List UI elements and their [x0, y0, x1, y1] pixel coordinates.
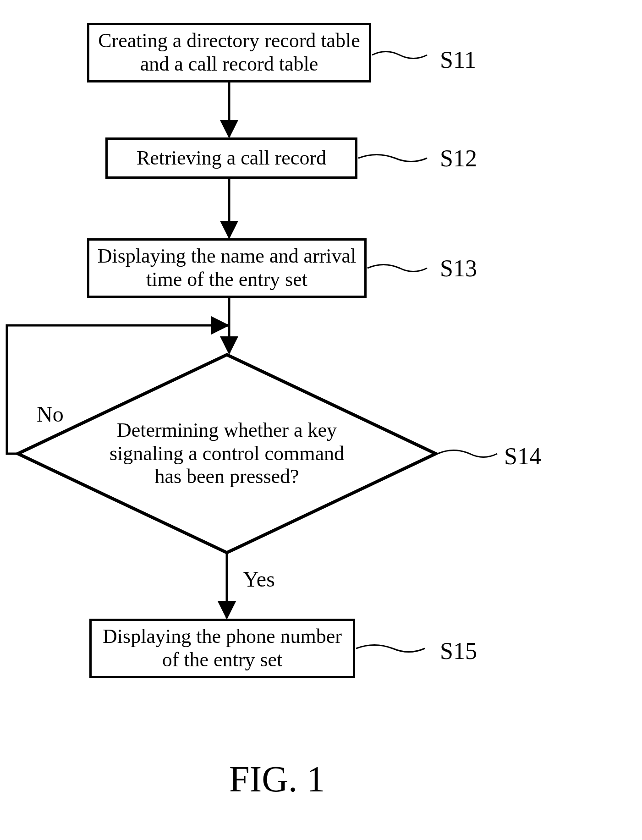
process-s12: Retrieving a call record: [105, 137, 357, 179]
step-label-s14: S14: [504, 445, 541, 468]
step-label-s11: S11: [440, 48, 476, 72]
flowchart-canvas: Creating a directory record table and a …: [0, 0, 642, 840]
process-s11: Creating a directory record table and a …: [87, 23, 371, 82]
process-s13: Displaying the name and arrival time of …: [87, 238, 367, 298]
figure-caption: FIG. 1: [229, 761, 325, 797]
step-label-s13: S13: [440, 257, 477, 280]
decision-s14-text: Determining whether a key signaling a co…: [94, 394, 360, 513]
process-s13-text: Displaying the name and arrival time of …: [96, 245, 358, 291]
step-label-s12: S12: [440, 147, 477, 170]
step-label-s15: S15: [440, 639, 477, 663]
decision-s14: Determining whether a key signaling a co…: [16, 353, 438, 555]
edge-label-yes: Yes: [243, 568, 275, 590]
process-s15-text: Displaying the phone number of the entry…: [98, 625, 346, 671]
process-s15: Displaying the phone number of the entry…: [89, 619, 355, 678]
process-s11-text: Creating a directory record table and a …: [96, 29, 362, 76]
process-s12-text: Retrieving a call record: [137, 147, 326, 170]
edge-label-no: No: [37, 403, 64, 425]
